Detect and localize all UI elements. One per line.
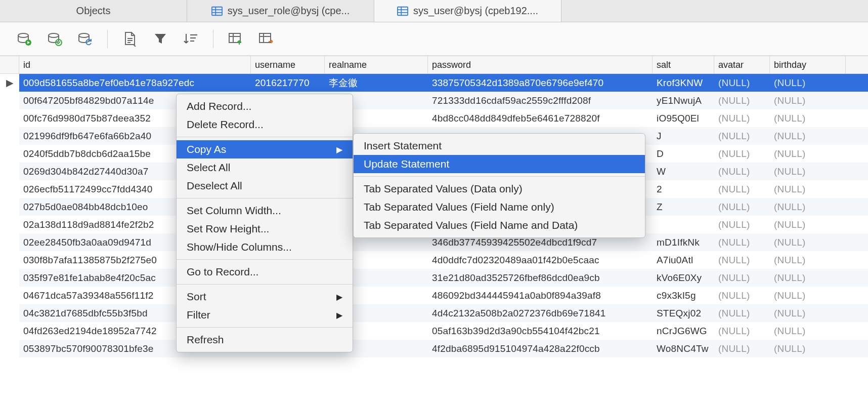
menu-deselect-all[interactable]: Deselect All — [177, 177, 353, 195]
cell-avatar[interactable]: (NULL) — [714, 74, 770, 92]
column-header-birthday[interactable]: birthday — [770, 56, 846, 73]
cell-birthday[interactable]: (NULL) — [770, 287, 846, 304]
column-header-realname[interactable]: realname — [325, 56, 428, 73]
menu-refresh[interactable]: Refresh — [177, 331, 353, 349]
cell-salt[interactable]: iO95Q0El — [653, 109, 714, 127]
cell-salt[interactable]: kVo6E0Xy — [653, 269, 714, 287]
cell-birthday[interactable]: (NULL) — [770, 322, 846, 340]
table-row[interactable]: 04c3821d7685dbfc55b3f5bd4d4c2132a508b2a0… — [0, 304, 868, 322]
cell-password[interactable]: 4bd8cc048dd849dfeb5e6461e728820f — [428, 109, 653, 127]
menu-go-to-record[interactable]: Go to Record... — [177, 263, 353, 281]
column-header-salt[interactable]: salt — [653, 56, 714, 73]
cell-password[interactable]: 486092bd344445941a0ab0f894a39af8 — [428, 287, 653, 304]
cell-avatar[interactable]: (NULL) — [714, 233, 770, 251]
cell-avatar[interactable]: (NULL) — [714, 127, 770, 145]
cell-password[interactable]: 05af163b39d2d3a90cb554104f42bc21 — [428, 322, 653, 340]
sort-button[interactable] — [179, 27, 203, 51]
document-button[interactable] — [118, 27, 142, 51]
cell-birthday[interactable]: (NULL) — [770, 180, 846, 198]
cell-password[interactable]: 4d0ddfc7d02320489aa01f42b0e5caac — [428, 251, 653, 269]
cell-birthday[interactable]: (NULL) — [770, 216, 846, 233]
cell-avatar[interactable]: (NULL) — [714, 92, 770, 109]
menu-delete-record[interactable]: Delete Record... — [177, 115, 353, 134]
cell-salt[interactable]: STEQxj02 — [653, 304, 714, 322]
column-header-avatar[interactable]: avatar — [714, 56, 770, 73]
cell-birthday[interactable]: (NULL) — [770, 92, 846, 109]
cell-avatar[interactable]: (NULL) — [714, 109, 770, 127]
cell-salt[interactable]: yE1NwujA — [653, 92, 714, 109]
cell-birthday[interactable]: (NULL) — [770, 233, 846, 251]
cell-salt[interactable]: J — [653, 127, 714, 145]
submenu-tsv-fieldname-data[interactable]: Tab Separated Values (Field Name and Dat… — [354, 216, 645, 234]
tab-sys-user[interactable]: sys_user@bysj (cpeb192.... — [374, 0, 561, 22]
cell-avatar[interactable]: (NULL) — [714, 216, 770, 233]
submenu-insert-statement[interactable]: Insert Statement — [354, 137, 645, 155]
menu-show-hide-columns[interactable]: Show/Hide Columns... — [177, 238, 353, 256]
cell-password[interactable]: 31e21d80ad3525726fbef86dcd0ea9cb — [428, 269, 653, 287]
table-row[interactable]: 00f647205bf84829bd07a114e721333dd16cdaf5… — [0, 92, 868, 109]
refresh-db-button[interactable] — [73, 27, 97, 51]
cell-salt[interactable]: nCrJG6WG — [653, 322, 714, 340]
submenu-tsv-fieldname-only[interactable]: Tab Separated Values (Field Name only) — [354, 198, 645, 216]
submenu-tsv-data-only[interactable]: Tab Separated Values (Data only) — [354, 180, 645, 198]
table-row[interactable]: 030f8b7afa11385875b2f275e04d0ddfc7d02320… — [0, 251, 868, 269]
cell-salt[interactable]: W — [653, 163, 714, 180]
filter-button[interactable] — [148, 27, 172, 51]
cell-birthday[interactable]: (NULL) — [770, 127, 846, 145]
table-row[interactable]: 04fd263ed2194de18952a774205af163b39d2d3a… — [0, 322, 868, 340]
cell-salt[interactable]: mD1IfkNk — [653, 233, 714, 251]
cell-birthday[interactable]: (NULL) — [770, 251, 846, 269]
cell-avatar[interactable]: (NULL) — [714, 163, 770, 180]
cell-avatar[interactable]: (NULL) — [714, 322, 770, 340]
cell-avatar[interactable]: (NULL) — [714, 269, 770, 287]
cell-password[interactable]: 721333dd16cdaf59ac2559c2fffd208f — [428, 92, 653, 109]
menu-sort[interactable]: Sort▶ — [177, 288, 353, 306]
table-row[interactable]: ▶009d581655a8be7ef0eb41e78a927edc2016217… — [0, 74, 868, 92]
cell-birthday[interactable]: (NULL) — [770, 109, 846, 127]
tab-sys-user-role[interactable]: sys_user_role@bysj (cpe... — [187, 0, 374, 22]
column-header-password[interactable]: password — [428, 56, 653, 73]
commit-button[interactable] — [42, 27, 67, 51]
cell-birthday[interactable]: (NULL) — [770, 74, 846, 92]
cell-salt[interactable] — [653, 216, 714, 233]
cell-birthday[interactable]: (NULL) — [770, 198, 846, 216]
cell-salt[interactable]: Krof3KNW — [653, 74, 714, 92]
table-row[interactable]: 035f97e81fe1abab8e4f20c5ac31e21d80ad3525… — [0, 269, 868, 287]
table-row[interactable]: 00fc76d9980d75b87deea3524bd8cc048dd849df… — [0, 109, 868, 127]
cell-avatar[interactable]: (NULL) — [714, 198, 770, 216]
cell-id[interactable]: 009d581655a8be7ef0eb41e78a927edc — [19, 74, 251, 92]
cell-avatar[interactable]: (NULL) — [714, 304, 770, 322]
cell-salt[interactable]: Wo8NC4Tw — [653, 340, 714, 357]
column-header-username[interactable]: username — [251, 56, 325, 73]
cell-avatar[interactable]: (NULL) — [714, 340, 770, 357]
cell-password[interactable]: 33875705342d1389a870e6796e9ef470 — [428, 74, 653, 92]
cell-username[interactable]: 2016217770 — [251, 74, 325, 92]
cell-salt[interactable]: A7iu0Atl — [653, 251, 714, 269]
menu-copy-as[interactable]: Copy As▶ — [177, 140, 353, 158]
cell-birthday[interactable]: (NULL) — [770, 304, 846, 322]
cell-avatar[interactable]: (NULL) — [714, 287, 770, 304]
cell-password[interactable]: 4f2dba6895d915104974a428a22f0ccb — [428, 340, 653, 357]
run-query-button[interactable] — [12, 27, 36, 51]
cell-avatar[interactable]: (NULL) — [714, 180, 770, 198]
cell-realname[interactable]: 李金徽 — [325, 74, 428, 92]
table-row[interactable]: 053897bc570f90078301bfe3e4f2dba6895d9151… — [0, 340, 868, 357]
cell-avatar[interactable]: (NULL) — [714, 145, 770, 163]
cell-birthday[interactable]: (NULL) — [770, 145, 846, 163]
cell-password[interactable]: 4d4c2132a508b2a0272376db69e71841 — [428, 304, 653, 322]
cell-salt[interactable]: Z — [653, 198, 714, 216]
menu-select-all[interactable]: Select All — [177, 158, 353, 177]
tab-objects[interactable]: Objects — [0, 0, 187, 22]
cell-avatar[interactable]: (NULL) — [714, 251, 770, 269]
menu-filter[interactable]: Filter▶ — [177, 306, 353, 324]
import-button[interactable] — [224, 27, 248, 51]
cell-salt[interactable]: D — [653, 145, 714, 163]
menu-add-record[interactable]: Add Record... — [177, 97, 353, 115]
export-button[interactable] — [254, 27, 278, 51]
cell-birthday[interactable]: (NULL) — [770, 269, 846, 287]
menu-set-column-width[interactable]: Set Column Width... — [177, 202, 353, 220]
cell-salt[interactable]: c9x3kI5g — [653, 287, 714, 304]
cell-salt[interactable]: 2 — [653, 180, 714, 198]
cell-birthday[interactable]: (NULL) — [770, 163, 846, 180]
menu-set-row-height[interactable]: Set Row Height... — [177, 220, 353, 238]
